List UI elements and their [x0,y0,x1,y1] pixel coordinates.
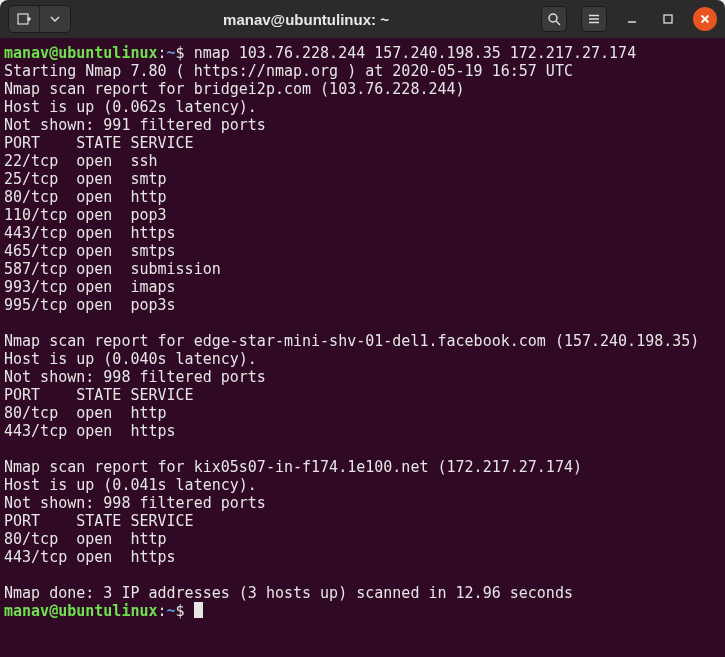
terminal-body[interactable]: manav@ubuntulinux:~$ nmap 103.76.228.244… [0,38,725,657]
output-line: Not shown: 998 filtered ports [4,368,266,386]
prompt-sep: : [158,44,167,62]
search-icon [547,12,561,26]
output-line: 80/tcp open http [4,404,167,422]
output-line: Not shown: 998 filtered ports [4,494,266,512]
output-line: 443/tcp open https [4,224,176,242]
search-button[interactable] [541,6,567,32]
terminal-window: manav@ubuntulinux: ~ [0,0,725,657]
output-line: PORT STATE SERVICE [4,134,194,152]
output-line: 443/tcp open https [4,548,176,566]
window-title: manav@ubuntulinux: ~ [71,11,541,28]
titlebar-left [8,5,71,33]
output-line: 22/tcp open ssh [4,152,158,170]
output-line: PORT STATE SERVICE [4,512,194,530]
titlebar: manav@ubuntulinux: ~ [0,0,725,38]
menu-button[interactable] [581,6,607,32]
new-tab-button-group[interactable] [8,5,71,33]
svg-point-3 [549,14,557,22]
output-line: 993/tcp open imaps [4,278,176,296]
output-line: 25/tcp open smtp [4,170,167,188]
cursor [194,602,203,618]
output-line: Host is up (0.040s latency). [4,350,257,368]
output-line: Host is up (0.041s latency). [4,476,257,494]
output-line: 110/tcp open pop3 [4,206,167,224]
output-line: Nmap scan report for kix05s07-in-f174.1e… [4,458,582,476]
hamburger-icon [587,12,601,26]
output-line: 80/tcp open http [4,188,167,206]
output-line: Starting Nmap 7.80 ( https://nmap.org ) … [4,62,573,80]
prompt-user: manav@ubuntulinux [4,602,158,620]
output-line: 995/tcp open pop3s [4,296,176,314]
prompt-symbol: $ [176,602,194,620]
output-line: Host is up (0.062s latency). [4,98,257,116]
maximize-button[interactable] [657,8,679,30]
output-line: Nmap scan report for bridgei2p.com (103.… [4,80,465,98]
svg-rect-9 [664,15,672,23]
svg-rect-0 [18,14,28,24]
minimize-icon [626,13,638,25]
output-line: 80/tcp open http [4,530,167,548]
prompt-sep: : [158,602,167,620]
output-line: 443/tcp open https [4,422,176,440]
output-line: 587/tcp open submission [4,260,221,278]
svg-line-4 [556,21,560,25]
output-line: PORT STATE SERVICE [4,386,194,404]
prompt-path: ~ [167,44,176,62]
output-line: Nmap scan report for edge-star-mini-shv-… [4,332,699,350]
prompt-user: manav@ubuntulinux [4,44,158,62]
new-tab-icon[interactable] [9,6,39,32]
command-text: nmap 103.76.228.244 157.240.198.35 172.2… [194,44,637,62]
chevron-down-icon[interactable] [40,6,70,32]
titlebar-right [541,6,717,32]
maximize-icon [662,13,674,25]
output-line: 465/tcp open smtps [4,242,176,260]
prompt-symbol: $ [176,44,194,62]
close-button[interactable] [693,7,717,31]
output-line: Nmap done: 3 IP addresses (3 hosts up) s… [4,584,573,602]
prompt-path: ~ [167,602,176,620]
close-icon [700,14,710,24]
output-line: Not shown: 991 filtered ports [4,116,266,134]
minimize-button[interactable] [621,8,643,30]
